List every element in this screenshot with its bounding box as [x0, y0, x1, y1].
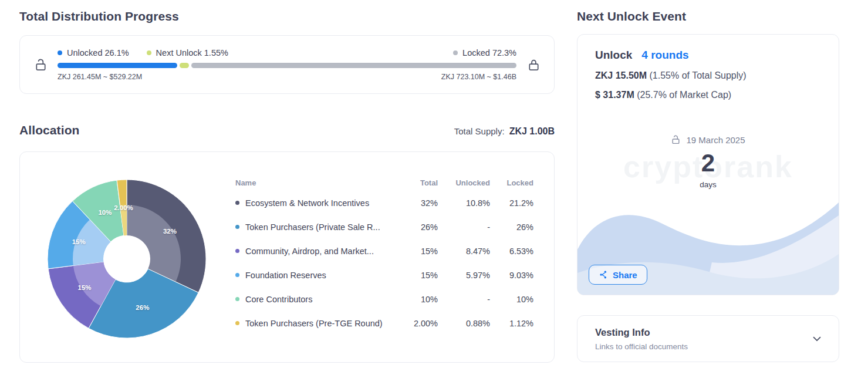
vesting-info-card[interactable]: Vesting Info Links to official documents: [577, 315, 839, 362]
donut-slice-label: 32%: [163, 228, 177, 235]
total-supply: Total Supply:ZKJ 1.00B: [454, 126, 555, 137]
row-unlocked: -: [438, 295, 490, 304]
row-locked: 21.2%: [490, 198, 533, 208]
header-unlocked: Unlocked: [438, 178, 490, 187]
unlock-date: 19 March 2025: [686, 135, 745, 145]
vesting-text: Vesting Info Links to official documents: [595, 327, 688, 351]
row-unlocked: -: [438, 222, 490, 232]
vesting-title: Vesting Info: [595, 327, 688, 338]
unlocked-lock-icon: [31, 58, 50, 72]
share-button[interactable]: Share: [589, 265, 647, 285]
header-locked: Locked: [490, 178, 533, 187]
row-unlocked: 8.47%: [438, 247, 490, 256]
token-unlock-page: Total Distribution Progress Unlocked 26.…: [0, 0, 868, 378]
progress-amounts: ZKJ 261.45M ~ $529.22M ZKJ 723.10M ~ $1.…: [58, 73, 516, 81]
row-locked: 9.03%: [490, 271, 533, 280]
row-name: Token Purchasers (Pre-TGE Round): [245, 319, 383, 328]
usd-amount-line: $ 31.37M (25.7% of Market Cap): [595, 90, 821, 100]
row-name: Ecosystem & Network Incentives: [245, 198, 369, 208]
header-name: Name: [235, 178, 397, 187]
row-total: 26%: [397, 222, 438, 232]
allocation-table-header: Name Total Unlocked Locked: [235, 174, 533, 191]
row-color-dot-icon: [235, 297, 239, 301]
row-unlocked: 5.97%: [438, 271, 490, 280]
table-row: Core Contributors10%-10%: [235, 287, 533, 311]
row-color-dot-icon: [235, 225, 239, 229]
progress-middle: Unlocked 26.1% Next Unlock 1.55% Locked …: [50, 48, 523, 81]
row-color-dot-icon: [235, 321, 239, 325]
progress-legend: Unlocked 26.1% Next Unlock 1.55% Locked …: [58, 48, 516, 58]
distribution-title: Total Distribution Progress: [19, 9, 179, 23]
bar-segment-locked: [191, 63, 516, 68]
countdown-unit: days: [577, 180, 839, 189]
row-total: 32%: [397, 198, 438, 208]
row-total: 15%: [397, 271, 438, 280]
allocation-table: Name Total Unlocked Locked Ecosystem & N…: [235, 174, 533, 335]
row-locked: 1.12%: [490, 319, 533, 328]
date-lock-icon: [671, 134, 681, 145]
row-color-dot-icon: [235, 249, 239, 253]
allocation-table-rows: Ecosystem & Network Incentives32%10.8%21…: [235, 191, 533, 335]
unlock-date-row: 19 March 2025: [577, 134, 839, 145]
unlock-details: Unlock 4 rounds ZKJ 15.50M (1.55% of Tot…: [577, 35, 839, 100]
allocation-card: cryptorank 32%26%15%15%10%2.00% Name Tot…: [19, 151, 555, 363]
unlocked-amount: ZKJ 261.45M ~ $529.22M: [58, 73, 142, 81]
unlock-countdown: 19 March 2025 2 days: [577, 134, 839, 189]
table-row: Token Purchasers (Private Sale R...26%-2…: [235, 215, 533, 239]
next-unlock-dot-icon: [147, 50, 151, 55]
row-total: 2.00%: [397, 319, 438, 328]
token-amount: ZKJ 15.50M: [595, 70, 647, 80]
row-unlocked: 10.8%: [438, 198, 490, 208]
allocation-header: Allocation Total Supply:ZKJ 1.00B: [19, 123, 555, 137]
locked-amount: ZKJ 723.10M ~ $1.46B: [441, 73, 516, 81]
header-total: Total: [397, 178, 438, 187]
total-supply-value: ZKJ 1.00B: [509, 126, 555, 136]
next-unlock-card: cryptorank Unlock 4 rounds ZKJ 15.50M (1…: [577, 34, 839, 295]
bar-segment-next-unlock: [180, 63, 189, 68]
usd-note: (25.7% of Market Cap): [637, 90, 731, 100]
token-note: (1.55% of Total Supply): [650, 70, 747, 80]
table-row: Foundation Reserves15%5.97%9.03%: [235, 263, 533, 287]
legend-unlocked: Unlocked 26.1%: [58, 48, 129, 58]
locked-lock-icon: [523, 58, 543, 72]
share-label: Share: [613, 270, 637, 280]
row-unlocked: 0.88%: [438, 319, 490, 328]
row-locked: 6.53%: [490, 247, 533, 256]
donut-slice-label: 15%: [72, 238, 86, 245]
locked-dot-icon: [453, 50, 458, 55]
vesting-subtitle: Links to official documents: [595, 342, 688, 351]
allocation-title: Allocation: [19, 123, 80, 137]
row-color-dot-icon: [235, 201, 239, 205]
row-locked: 10%: [490, 295, 533, 304]
legend-unlocked-label: Unlocked 26.1%: [67, 48, 129, 58]
donut-slice-label: 10%: [98, 209, 112, 216]
legend-next-unlock: Next Unlock 1.55%: [147, 48, 228, 58]
row-locked: 26%: [490, 222, 533, 232]
distribution-progress-card: Unlocked 26.1% Next Unlock 1.55% Locked …: [19, 35, 555, 94]
table-row: Community, Airdrop, and Market...15%8.47…: [235, 239, 533, 263]
distribution-progress-bar[interactable]: [58, 63, 516, 68]
donut-slice-label: 26%: [136, 304, 149, 311]
legend-locked-label: Locked 72.3%: [462, 48, 516, 58]
donut-slice-label: 2.00%: [114, 204, 133, 211]
rounds-link[interactable]: 4 rounds: [641, 49, 688, 62]
next-unlock-title: Next Unlock Event: [577, 9, 686, 23]
table-row: Token Purchasers (Pre-TGE Round)2.00%0.8…: [235, 311, 533, 335]
row-total: 15%: [397, 247, 438, 256]
unlock-label: Unlock: [595, 49, 632, 62]
bar-segment-unlocked: [58, 63, 177, 68]
row-name: Foundation Reserves: [245, 271, 326, 280]
allocation-donut[interactable]: 32%26%15%15%10%2.00%: [45, 177, 209, 341]
legend-locked: Locked 72.3%: [453, 48, 516, 58]
row-total: 10%: [397, 295, 438, 304]
table-row: Ecosystem & Network Incentives32%10.8%21…: [235, 191, 533, 215]
row-name: Token Purchasers (Private Sale R...: [245, 222, 380, 232]
row-color-dot-icon: [235, 273, 239, 277]
usd-amount: $ 31.37M: [595, 90, 634, 100]
chevron-down-icon[interactable]: [810, 332, 823, 345]
unlocked-dot-icon: [58, 50, 62, 55]
donut-slice-label: 15%: [78, 284, 92, 291]
row-name: Community, Airdrop, and Market...: [245, 247, 374, 256]
countdown-value: 2: [577, 151, 839, 176]
legend-next-unlock-label: Next Unlock 1.55%: [156, 48, 228, 58]
